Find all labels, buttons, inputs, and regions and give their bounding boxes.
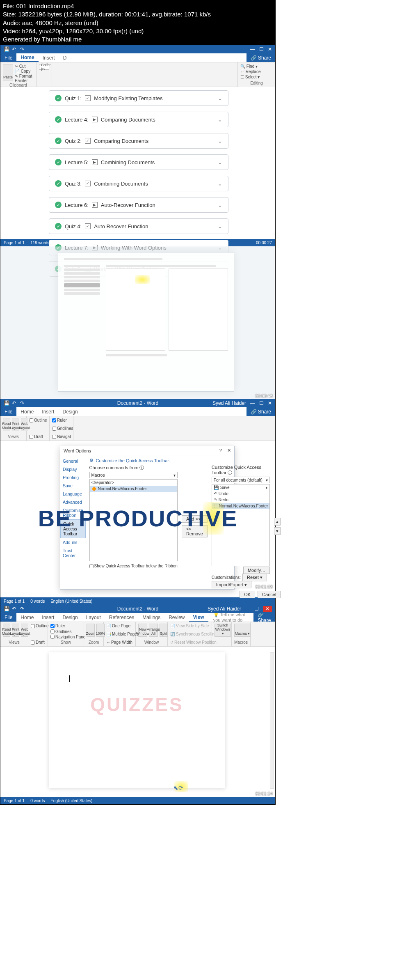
cancel-button[interactable]: Cancel	[258, 591, 281, 598]
zoom-button[interactable]: Zoom	[87, 624, 95, 637]
nav-language[interactable]: Language	[60, 490, 86, 498]
outline-row[interactable]: ✓Lecture 5:▶Combining Documents⌄	[49, 154, 228, 170]
save-icon[interactable]: 💾	[4, 606, 9, 612]
language[interactable]: English (United States)	[50, 599, 92, 604]
copy-button[interactable]: 📄 Copy	[15, 69, 34, 73]
close-icon[interactable]: ✕	[268, 46, 272, 52]
chevron-down-icon[interactable]: ⌄	[218, 95, 222, 101]
find-button[interactable]: 🔍 Find ▾	[240, 64, 273, 69]
cut-button[interactable]: ✂ Cut	[15, 64, 34, 69]
close-icon[interactable]: ✕	[263, 606, 272, 612]
macros-button[interactable]: Macros ▾	[234, 624, 251, 637]
gridlines-check[interactable]	[50, 629, 55, 633]
tell-me[interactable]: 💡 Tell me what you want to do	[208, 612, 254, 622]
macro-item[interactable]: 🔶Normal.NewMacros.Footer	[90, 486, 177, 492]
gridlines-check[interactable]	[52, 427, 56, 431]
share-button[interactable]: 🔗 Share	[253, 613, 275, 622]
qat-item[interactable]: ↶Undo	[212, 491, 269, 497]
word-count[interactable]: 0 words	[30, 799, 45, 803]
commands-listbox[interactable]: <Separator> 🔶Normal.NewMacros.Footer	[89, 479, 178, 561]
chevron-down-icon[interactable]: ⌄	[218, 159, 222, 165]
ok-button[interactable]: OK	[240, 591, 255, 598]
qat-item[interactable]: ⬚Normal.NewMacros.Footer	[212, 503, 269, 509]
outline-row[interactable]: ✓Quiz 3:✓Combining Documents⌄	[49, 176, 228, 191]
max-icon[interactable]: ☐	[259, 46, 264, 52]
file-tab[interactable]: File	[0, 53, 16, 62]
share-button[interactable]: 🔗 Share	[247, 407, 275, 416]
design-tab[interactable]: Design	[58, 407, 82, 416]
new-window-button[interactable]: New Window	[138, 624, 147, 637]
import-export-button[interactable]: Import/Export ▾	[212, 581, 251, 588]
ruler-check[interactable]	[52, 418, 56, 422]
review-tab[interactable]: Review	[164, 613, 189, 622]
switch-windows-button[interactable]: Switch Windows ▾	[215, 624, 231, 637]
format-painter-button[interactable]: ✎ Format Painter	[15, 74, 34, 83]
max-icon[interactable]: ☐	[254, 606, 259, 612]
undo-icon[interactable]: ↶	[12, 606, 18, 612]
home-tab[interactable]: Home	[16, 53, 38, 62]
read-mode-button[interactable]: Read Mode	[3, 624, 10, 637]
qat-listbox[interactable]: 💾Save▸ ↶Undo ↷Redo ⬚Normal.NewMacros.Foo…	[212, 484, 270, 566]
min-icon[interactable]: —	[245, 606, 250, 612]
separator-item[interactable]: <Separator>	[90, 480, 177, 486]
outline-row[interactable]: ✓Quiz 2:✓Comparing Documents⌄	[49, 133, 228, 149]
home-tab[interactable]: Home	[16, 613, 38, 622]
hundred-button[interactable]: 100%	[96, 624, 105, 637]
min-icon[interactable]: —	[250, 46, 255, 52]
outline-row[interactable]: ✓Lecture 6:▶Auto-Recover Function⌄	[49, 197, 228, 213]
ruler-check[interactable]	[50, 624, 55, 628]
page-indicator[interactable]: Page 1 of 1	[4, 241, 25, 245]
language[interactable]: English (United States)	[50, 799, 92, 803]
chevron-down-icon[interactable]: ⌄	[218, 138, 222, 144]
show-below-check[interactable]	[89, 564, 94, 568]
word-count[interactable]: 119 words	[30, 241, 49, 245]
move-down-button[interactable]: ▾	[274, 527, 281, 535]
home-tab[interactable]: Home	[16, 407, 38, 416]
file-tab[interactable]: File	[0, 407, 16, 416]
nav-customize-ribbon[interactable]: Customize Ribbon	[60, 506, 86, 519]
design-tab[interactable]: Design	[58, 613, 82, 622]
qat-item[interactable]: ↷Redo	[212, 497, 269, 503]
navpane-check[interactable]	[50, 635, 55, 639]
read-mode-button[interactable]: Read Mode	[3, 418, 10, 431]
min-icon[interactable]: —	[250, 400, 255, 406]
remove-button[interactable]: << Remove	[182, 525, 208, 537]
outline-check[interactable]	[31, 624, 35, 628]
document-page[interactable]: QUIZZES	[49, 652, 225, 788]
design-tab-short[interactable]: D	[59, 53, 71, 62]
insert-tab[interactable]: Insert	[38, 613, 58, 622]
references-tab[interactable]: References	[105, 613, 138, 622]
undo-icon[interactable]: ↶	[12, 400, 18, 406]
max-icon[interactable]: ☐	[259, 400, 264, 406]
file-tab[interactable]: File	[0, 613, 16, 622]
word-count[interactable]: 0 words	[30, 599, 45, 604]
help-icon[interactable]: ?	[219, 448, 222, 453]
undo-icon[interactable]: ↶	[12, 46, 18, 52]
modify-button[interactable]: Modify…	[243, 567, 270, 574]
print-layout-button[interactable]: Print Layout	[12, 624, 19, 637]
close-icon[interactable]: ✕	[268, 400, 272, 406]
nav-qat[interactable]: Quick Access Toolbar	[60, 519, 86, 538]
paste-button[interactable]: Paste	[3, 64, 13, 80]
view-tab[interactable]: View	[189, 613, 208, 622]
add-button[interactable]: Add >>	[182, 515, 208, 523]
outline-check[interactable]	[29, 418, 33, 422]
nav-advanced[interactable]: Advanced	[60, 498, 86, 506]
chevron-down-icon[interactable]: ⌄	[218, 223, 222, 230]
nav-general[interactable]: General	[60, 457, 86, 465]
chevron-down-icon[interactable]: ⌄	[218, 117, 222, 123]
vertical-scrollbar[interactable]	[270, 652, 274, 789]
page-indicator[interactable]: Page 1 of 1	[4, 799, 25, 803]
font-combo[interactable]: Calibri (B	[39, 64, 49, 70]
move-up-button[interactable]: ▴	[274, 518, 281, 526]
print-layout-button[interactable]: Print Layout	[12, 418, 19, 431]
nav-proofing[interactable]: Proofing	[60, 473, 86, 482]
choose-commands-combo[interactable]: Macros▾	[89, 472, 178, 478]
multi-page-button[interactable]: 📑 Multiple Pages	[106, 632, 133, 636]
page-width-button[interactable]: ↔ Page Width	[106, 640, 133, 645]
outline-row[interactable]: ✓ Quiz 1: ✓ Modifying Existing Templates…	[49, 90, 228, 106]
close-icon[interactable]: ✕	[227, 448, 231, 453]
web-layout-button[interactable]: Web Layout	[21, 624, 28, 637]
arrange-all-button[interactable]: Arrange All	[149, 624, 158, 637]
navpane-check[interactable]	[52, 435, 56, 439]
